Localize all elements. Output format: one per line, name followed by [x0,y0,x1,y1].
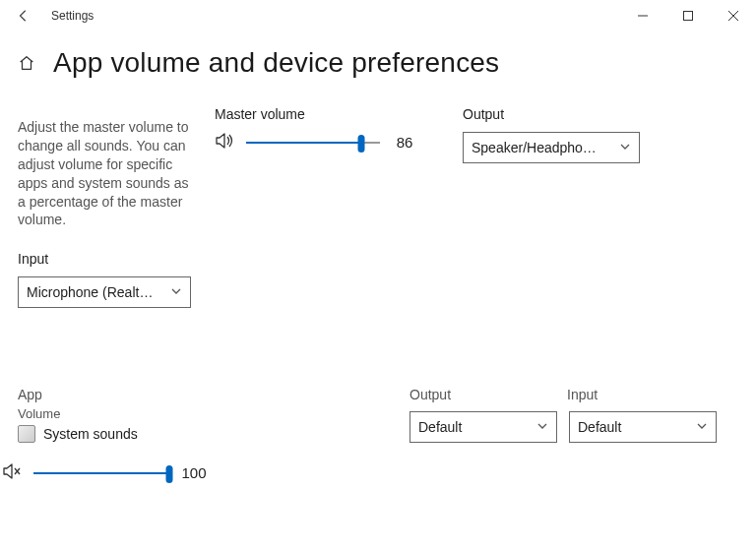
chevron-down-icon [536,419,548,435]
app-name: System sounds [43,426,138,442]
master-volume-value: 86 [390,134,419,151]
header-app: App [18,387,410,402]
minimize-button[interactable] [620,0,665,31]
page-title: App volume and device preferences [53,47,499,79]
app-volume-slider[interactable] [33,463,169,483]
close-icon [728,11,738,21]
output-select[interactable]: Speaker/Headpho… [463,132,640,163]
chevron-down-icon [170,284,182,300]
input-select-value: Microphone (Realt… [27,284,164,300]
titlebar: Settings [0,0,756,31]
header-volume: Volume [18,406,410,421]
maximize-button[interactable] [665,0,711,31]
app-list-headers: App Output Input [18,387,738,402]
master-volume-label: Master volume [215,106,419,122]
input-select[interactable]: Microphone (Realt… [18,276,191,308]
page-header: App volume and device preferences [18,47,738,79]
app-volume-value: 100 [179,464,209,481]
svg-rect-0 [684,12,693,21]
system-sounds-icon [18,425,35,443]
app-row: Volume System sounds Default Default [18,410,738,443]
input-label: Input [18,251,738,267]
header-input: Input [567,387,724,402]
app-input-value: Default [578,419,690,435]
window-title: Settings [51,9,94,23]
header-output: Output [410,387,567,402]
speaker-icon [215,132,236,153]
arrow-left-icon [17,9,31,23]
close-button[interactable] [711,0,756,31]
home-button[interactable] [18,53,37,73]
back-button[interactable] [8,0,39,31]
master-volume-slider[interactable] [246,133,380,153]
app-input-select[interactable]: Default [569,411,717,443]
maximize-icon [683,11,693,21]
chevron-down-icon [696,419,708,435]
minimize-icon [638,11,648,21]
app-output-select[interactable]: Default [410,411,557,443]
home-icon [18,54,35,72]
page-description: Adjust the master volume to change all s… [18,106,193,229]
speaker-mute-icon [2,462,24,483]
output-select-value: Speaker/Headpho… [472,140,613,155]
chevron-down-icon [619,140,631,155]
app-output-value: Default [418,419,531,435]
window-controls [620,0,756,31]
output-label: Output [463,106,640,122]
